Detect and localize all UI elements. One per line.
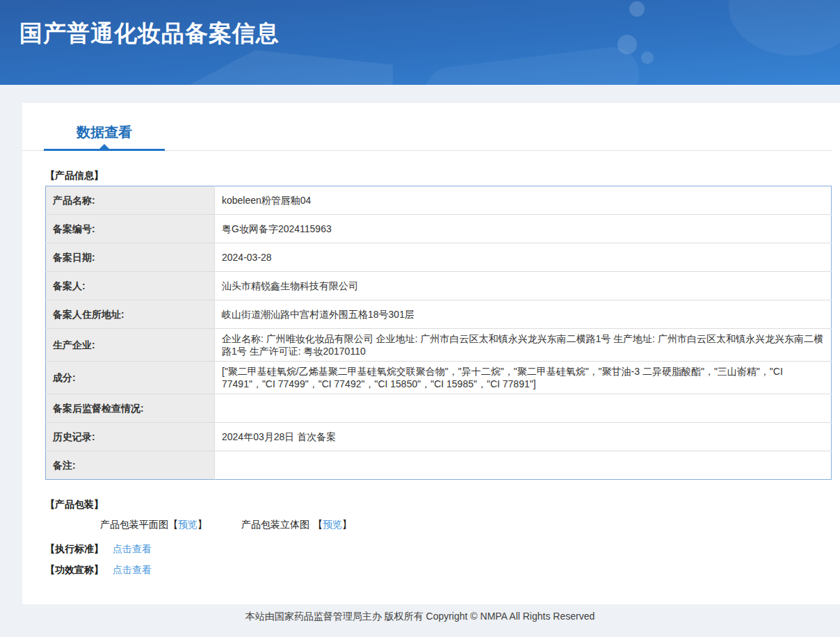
field-label: 备案人住所地址: — [46, 300, 215, 329]
product-info-section-title: 【产品信息】 — [45, 170, 832, 182]
banner-circle-decoration — [729, 0, 840, 56]
packaging-flat-item: 产品包装平面图【预览】 — [100, 519, 207, 531]
bracket-open: 【 — [313, 519, 323, 530]
page-footer: 本站由国家药品监督管理局主办 版权所有 Copyright © NMPA All… — [0, 604, 840, 637]
table-row-remarks: 备注: — [46, 451, 832, 480]
packaging-links-row: 产品包装平面图【预览】 产品包装立体图【预览】 — [45, 519, 832, 531]
bracket-close: 】 — [342, 519, 352, 530]
banner-dot-decoration — [641, 51, 654, 64]
field-value: 岐山街道潮汕路中宫村道外围五格18号301层 — [215, 300, 832, 329]
field-label: 历史记录: — [46, 423, 215, 451]
field-label: 备案日期: — [46, 243, 215, 272]
banner-ribbon-decoration — [163, 50, 393, 85]
bracket-open: 【 — [168, 519, 178, 530]
table-row-ingredients: 成分: ["聚二甲基硅氧烷/乙烯基聚二甲基硅氧烷交联聚合物"，"异十二烷"，"聚… — [46, 362, 832, 394]
table-row-manufacturer: 生产企业: 企业名称: 广州唯妆化妆品有限公司 企业地址: 广州市白云区太和镇永… — [46, 329, 832, 362]
field-value: kobeleen粉管唇釉04 — [215, 186, 832, 215]
packaging-stereo-label: 产品包装立体图 — [241, 519, 309, 530]
packaging-stereo-preview-link[interactable]: 预览 — [323, 519, 342, 530]
product-info-table: 产品名称: kobeleen粉管唇釉04 备案编号: 粤G妆网备字2024115… — [45, 186, 832, 480]
tab-data-view[interactable]: 数据查看 — [44, 123, 165, 142]
table-row-registrant: 备案人: 汕头市精锐鑫生物科技有限公司 — [46, 272, 832, 300]
efficacy-claim-view-link[interactable]: 点击查看 — [113, 564, 152, 575]
execution-standard-view-link[interactable]: 点击查看 — [113, 543, 152, 554]
page-title: 国产普通化妆品备案信息 — [19, 18, 280, 49]
field-label: 产品名称: — [46, 186, 215, 215]
packaging-flat-label: 产品包装平面图 — [100, 519, 168, 530]
tab-bar: 数据查看 — [22, 103, 840, 151]
field-label: 备案编号: — [46, 215, 215, 243]
tab-active-indicator — [44, 149, 165, 151]
table-row-registrant-address: 备案人住所地址: 岐山街道潮汕路中宫村道外围五格18号301层 — [46, 300, 832, 329]
field-value: 2024年03月28日 首次备案 — [215, 423, 832, 451]
field-value: 汕头市精锐鑫生物科技有限公司 — [215, 272, 832, 300]
table-row-product-name: 产品名称: kobeleen粉管唇釉04 — [46, 186, 832, 215]
table-row-history: 历史记录: 2024年03月28日 首次备案 — [46, 423, 832, 451]
execution-standard-label: 【执行标准】 — [45, 543, 104, 554]
footer-copyright-text: 本站由国家药品监督管理局主办 版权所有 Copyright © NMPA All… — [0, 604, 840, 623]
efficacy-claim-label: 【功效宣称】 — [45, 564, 104, 575]
table-row-post-filing-inspection: 备案后监督检查情况: — [46, 394, 832, 423]
page-header-banner: 国产普通化妆品备案信息 — [0, 0, 840, 85]
table-row-filing-date: 备案日期: 2024-03-28 — [46, 243, 832, 272]
bracket-close: 】 — [197, 519, 207, 530]
field-label: 生产企业: — [46, 329, 215, 362]
banner-blob-decoration — [421, 44, 642, 85]
packaging-section-title: 【产品包装】 — [45, 499, 832, 511]
field-label: 备案后监督检查情况: — [46, 394, 215, 423]
field-value: 粤G妆网备字2024115963 — [215, 215, 832, 243]
banner-dot-decoration — [629, 1, 645, 17]
execution-standard-row: 【执行标准】点击查看 — [45, 543, 832, 556]
content-card: 数据查看 【产品信息】 产品名称: kobeleen粉管唇釉04 备案编号: 粤… — [22, 103, 840, 604]
field-value: ["聚二甲基硅氧烷/乙烯基聚二甲基硅氧烷交联聚合物"，"异十二烷"，"聚二甲基硅… — [215, 362, 832, 394]
packaging-flat-preview-link[interactable]: 预览 — [178, 519, 197, 530]
efficacy-claim-row: 【功效宣称】点击查看 — [45, 564, 832, 576]
field-value: 2024-03-28 — [215, 243, 832, 272]
field-value — [215, 451, 832, 480]
field-value: 企业名称: 广州唯妆化妆品有限公司 企业地址: 广州市白云区太和镇永兴龙兴东南二… — [215, 329, 832, 362]
packaging-stereo-item: 产品包装立体图【预览】 — [241, 519, 352, 531]
field-label: 备注: — [46, 451, 215, 480]
field-label: 备案人: — [46, 272, 215, 300]
field-label: 成分: — [46, 362, 215, 394]
banner-dot-decoration — [617, 35, 637, 54]
field-value — [215, 394, 832, 423]
table-row-filing-number: 备案编号: 粤G妆网备字2024115963 — [46, 215, 832, 243]
